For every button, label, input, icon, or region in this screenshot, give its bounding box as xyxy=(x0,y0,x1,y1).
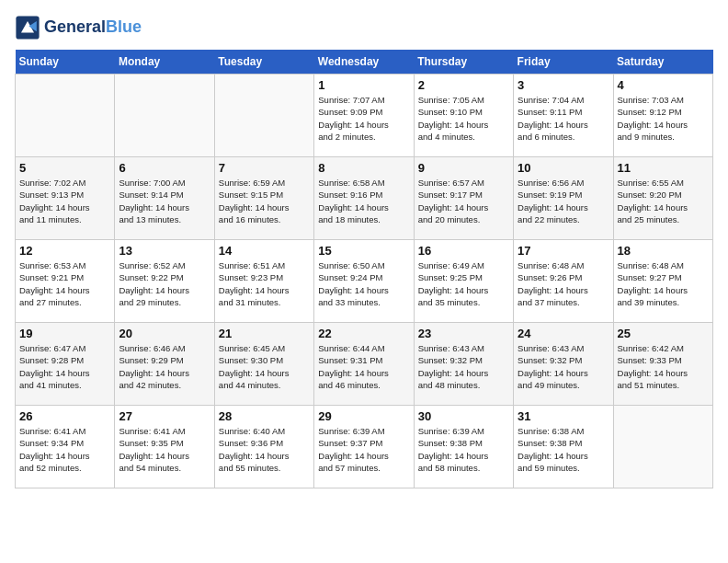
calendar-cell xyxy=(16,75,115,157)
calendar-cell: 23Sunrise: 6:43 AM Sunset: 9:32 PM Dayli… xyxy=(414,323,513,406)
calendar-cell: 22Sunrise: 6:44 AM Sunset: 9:31 PM Dayli… xyxy=(314,323,414,406)
calendar-cell xyxy=(613,406,712,488)
calendar-cell: 9Sunrise: 6:57 AM Sunset: 9:17 PM Daylig… xyxy=(414,157,513,240)
day-info: Sunrise: 6:49 AM Sunset: 9:25 PM Dayligh… xyxy=(418,259,509,308)
day-number: 22 xyxy=(318,327,409,340)
day-number: 29 xyxy=(318,409,409,423)
day-number: 21 xyxy=(219,327,310,340)
calendar-week-4: 19Sunrise: 6:47 AM Sunset: 9:28 PM Dayli… xyxy=(16,323,713,406)
day-number: 26 xyxy=(19,409,110,423)
calendar-cell: 20Sunrise: 6:46 AM Sunset: 9:29 PM Dayli… xyxy=(115,323,214,406)
day-info: Sunrise: 6:51 AM Sunset: 9:23 PM Dayligh… xyxy=(219,259,310,308)
calendar-header: SundayMondayTuesdayWednesdayThursdayFrid… xyxy=(16,50,713,75)
calendar-cell: 2Sunrise: 7:05 AM Sunset: 9:10 PM Daylig… xyxy=(414,75,513,157)
day-number: 15 xyxy=(318,244,409,258)
day-number: 11 xyxy=(618,161,709,175)
day-header-monday: Monday xyxy=(115,50,214,75)
calendar-cell: 4Sunrise: 7:03 AM Sunset: 9:12 PM Daylig… xyxy=(613,75,712,157)
day-header-tuesday: Tuesday xyxy=(214,50,313,75)
day-info: Sunrise: 6:53 AM Sunset: 9:21 PM Dayligh… xyxy=(19,259,110,308)
calendar-week-2: 5Sunrise: 7:02 AM Sunset: 9:13 PM Daylig… xyxy=(16,157,713,240)
day-number: 3 xyxy=(518,78,609,92)
calendar-cell: 19Sunrise: 6:47 AM Sunset: 9:28 PM Dayli… xyxy=(16,323,115,406)
day-number: 19 xyxy=(19,327,110,340)
day-info: Sunrise: 6:46 AM Sunset: 9:29 PM Dayligh… xyxy=(119,342,210,391)
calendar-cell: 18Sunrise: 6:48 AM Sunset: 9:27 PM Dayli… xyxy=(613,240,712,323)
calendar-table: SundayMondayTuesdayWednesdayThursdayFrid… xyxy=(15,50,713,488)
calendar-cell: 5Sunrise: 7:02 AM Sunset: 9:13 PM Daylig… xyxy=(16,157,115,240)
day-info: Sunrise: 6:45 AM Sunset: 9:30 PM Dayligh… xyxy=(219,342,310,391)
day-number: 14 xyxy=(219,244,310,258)
calendar-cell: 25Sunrise: 6:42 AM Sunset: 9:33 PM Dayli… xyxy=(613,323,712,406)
day-info: Sunrise: 6:58 AM Sunset: 9:16 PM Dayligh… xyxy=(318,177,409,225)
day-number: 2 xyxy=(418,78,509,92)
calendar-week-5: 26Sunrise: 6:41 AM Sunset: 9:34 PM Dayli… xyxy=(16,406,713,488)
calendar-week-3: 12Sunrise: 6:53 AM Sunset: 9:21 PM Dayli… xyxy=(16,240,713,323)
calendar-week-1: 1Sunrise: 7:07 AM Sunset: 9:09 PM Daylig… xyxy=(16,75,713,157)
calendar-cell: 31Sunrise: 6:38 AM Sunset: 9:38 PM Dayli… xyxy=(514,406,613,488)
day-info: Sunrise: 6:48 AM Sunset: 9:27 PM Dayligh… xyxy=(618,259,709,308)
day-info: Sunrise: 6:57 AM Sunset: 9:17 PM Dayligh… xyxy=(418,177,509,225)
day-number: 5 xyxy=(19,161,110,175)
day-number: 17 xyxy=(518,244,609,258)
day-info: Sunrise: 6:50 AM Sunset: 9:24 PM Dayligh… xyxy=(318,259,409,308)
calendar-cell: 24Sunrise: 6:43 AM Sunset: 9:32 PM Dayli… xyxy=(514,323,613,406)
day-number: 16 xyxy=(418,244,509,258)
day-info: Sunrise: 6:40 AM Sunset: 9:36 PM Dayligh… xyxy=(219,425,310,474)
day-number: 7 xyxy=(219,161,310,175)
day-info: Sunrise: 7:03 AM Sunset: 9:12 PM Dayligh… xyxy=(618,94,709,143)
day-number: 8 xyxy=(318,161,409,175)
day-info: Sunrise: 6:43 AM Sunset: 9:32 PM Dayligh… xyxy=(518,342,609,391)
logo: GeneralBlue xyxy=(15,15,142,40)
day-info: Sunrise: 7:02 AM Sunset: 9:13 PM Dayligh… xyxy=(19,177,110,225)
day-number: 30 xyxy=(418,409,509,423)
day-number: 23 xyxy=(418,327,509,340)
day-number: 24 xyxy=(518,327,609,340)
day-header-saturday: Saturday xyxy=(613,50,712,75)
day-number: 9 xyxy=(418,161,509,175)
calendar-cell xyxy=(115,75,214,157)
day-header-wednesday: Wednesday xyxy=(314,50,414,75)
calendar-cell: 17Sunrise: 6:48 AM Sunset: 9:26 PM Dayli… xyxy=(514,240,613,323)
calendar-cell: 10Sunrise: 6:56 AM Sunset: 9:19 PM Dayli… xyxy=(514,157,613,240)
day-info: Sunrise: 6:59 AM Sunset: 9:15 PM Dayligh… xyxy=(219,177,310,225)
calendar-cell xyxy=(214,75,313,157)
day-number: 27 xyxy=(119,409,210,423)
day-number: 28 xyxy=(219,409,310,423)
day-info: Sunrise: 6:38 AM Sunset: 9:38 PM Dayligh… xyxy=(518,425,609,474)
day-info: Sunrise: 6:44 AM Sunset: 9:31 PM Dayligh… xyxy=(318,342,409,391)
day-info: Sunrise: 6:48 AM Sunset: 9:26 PM Dayligh… xyxy=(518,259,609,308)
logo-text: GeneralBlue xyxy=(44,18,142,37)
page-header: GeneralBlue xyxy=(15,15,713,40)
day-info: Sunrise: 6:39 AM Sunset: 9:38 PM Dayligh… xyxy=(418,425,509,474)
calendar-cell: 29Sunrise: 6:39 AM Sunset: 9:37 PM Dayli… xyxy=(314,406,414,488)
day-info: Sunrise: 7:05 AM Sunset: 9:10 PM Dayligh… xyxy=(418,94,509,143)
day-info: Sunrise: 6:47 AM Sunset: 9:28 PM Dayligh… xyxy=(19,342,110,391)
day-info: Sunrise: 7:07 AM Sunset: 9:09 PM Dayligh… xyxy=(318,94,409,143)
day-number: 18 xyxy=(618,244,709,258)
day-number: 4 xyxy=(618,78,709,92)
calendar-cell: 28Sunrise: 6:40 AM Sunset: 9:36 PM Dayli… xyxy=(214,406,313,488)
day-number: 1 xyxy=(318,78,409,92)
day-number: 31 xyxy=(518,409,609,423)
day-header-sunday: Sunday xyxy=(16,50,115,75)
calendar-cell: 8Sunrise: 6:58 AM Sunset: 9:16 PM Daylig… xyxy=(314,157,414,240)
calendar-cell: 6Sunrise: 7:00 AM Sunset: 9:14 PM Daylig… xyxy=(115,157,214,240)
day-info: Sunrise: 7:00 AM Sunset: 9:14 PM Dayligh… xyxy=(119,177,210,225)
day-info: Sunrise: 6:52 AM Sunset: 9:22 PM Dayligh… xyxy=(119,259,210,308)
calendar-cell: 15Sunrise: 6:50 AM Sunset: 9:24 PM Dayli… xyxy=(314,240,414,323)
day-info: Sunrise: 6:41 AM Sunset: 9:34 PM Dayligh… xyxy=(19,425,110,474)
day-info: Sunrise: 6:41 AM Sunset: 9:35 PM Dayligh… xyxy=(119,425,210,474)
day-info: Sunrise: 6:55 AM Sunset: 9:20 PM Dayligh… xyxy=(618,177,709,225)
day-info: Sunrise: 7:04 AM Sunset: 9:11 PM Dayligh… xyxy=(518,94,609,143)
day-number: 25 xyxy=(618,327,709,340)
day-header-thursday: Thursday xyxy=(414,50,513,75)
logo-icon xyxy=(15,15,40,40)
calendar-cell: 3Sunrise: 7:04 AM Sunset: 9:11 PM Daylig… xyxy=(514,75,613,157)
day-header-friday: Friday xyxy=(514,50,613,75)
calendar-cell: 13Sunrise: 6:52 AM Sunset: 9:22 PM Dayli… xyxy=(115,240,214,323)
calendar-cell: 16Sunrise: 6:49 AM Sunset: 9:25 PM Dayli… xyxy=(414,240,513,323)
day-number: 20 xyxy=(119,327,210,340)
calendar-cell: 7Sunrise: 6:59 AM Sunset: 9:15 PM Daylig… xyxy=(214,157,313,240)
calendar-cell: 11Sunrise: 6:55 AM Sunset: 9:20 PM Dayli… xyxy=(613,157,712,240)
